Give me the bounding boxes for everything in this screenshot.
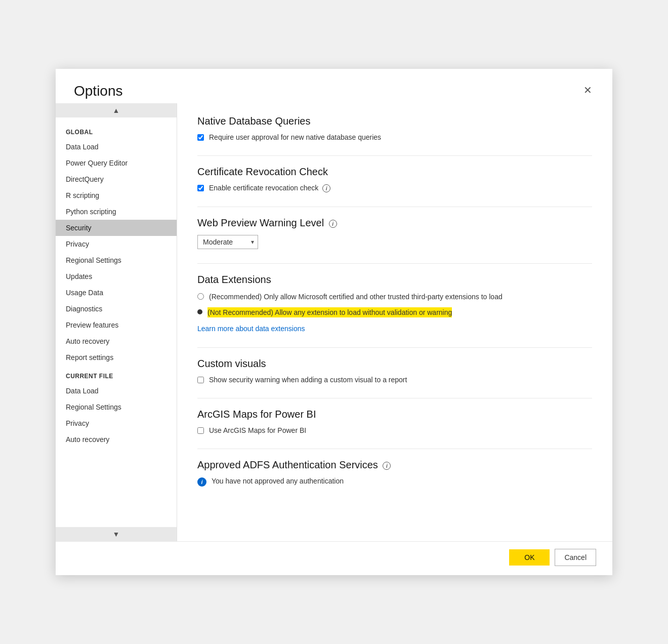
cert-revocation-section: Certificate Revocation Check Enable cert… [197, 166, 592, 192]
sidebar-item-report-settings[interactable]: Report settings [56, 349, 177, 366]
sidebar-item-r-scripting[interactable]: R scripting [56, 187, 177, 204]
sidebar-item-regional-settings[interactable]: Regional Settings [56, 252, 177, 268]
cert-revocation-option-row: Enable certificate revocation check i [197, 184, 592, 192]
sidebar-item-cf-auto-recovery[interactable]: Auto recovery [56, 431, 177, 448]
adfs-info-row: i You have not approved any authenticati… [197, 477, 592, 487]
data-extensions-link-wrapper: Learn more about data extensions [197, 324, 592, 333]
cert-revocation-info-icon: i [322, 184, 330, 192]
arcgis-option-row: Use ArcGIS Maps for Power BI [197, 426, 592, 434]
global-section-header: GLOBAL [56, 122, 177, 139]
data-extensions-section: Data Extensions (Recommended) Only allow… [197, 274, 592, 333]
custom-visuals-checkbox[interactable] [197, 377, 204, 383]
main-scroll-area: Native Database Queries Require user app… [177, 103, 612, 541]
options-dialog: Options ✕ ▲ GLOBAL Data Load Power Query… [56, 69, 612, 575]
current-file-section-header: CURRENT FILE [56, 366, 177, 383]
cert-revocation-checkbox[interactable] [197, 185, 204, 191]
adfs-blue-info-icon: i [197, 477, 206, 487]
sidebar-item-python-scripting[interactable]: Python scripting [56, 204, 177, 220]
titlebar: Options ✕ [56, 69, 612, 103]
sidebar-item-security[interactable]: Security [56, 220, 177, 236]
native-db-title: Native Database Queries [197, 115, 592, 127]
custom-visuals-option-row: Show security warning when adding a cust… [197, 376, 592, 384]
dialog-body: ▲ GLOBAL Data Load Power Query Editor Di… [56, 103, 612, 541]
sidebar: ▲ GLOBAL Data Load Power Query Editor Di… [56, 103, 177, 541]
data-extensions-radio1-row: (Recommended) Only allow Microsoft certi… [197, 292, 592, 302]
sidebar-item-power-query-editor[interactable]: Power Query Editor [56, 155, 177, 171]
sidebar-item-data-load[interactable]: Data Load [56, 139, 177, 155]
sidebar-item-cf-data-load[interactable]: Data Load [56, 383, 177, 399]
custom-visuals-section: Custom visuals Show security warning whe… [197, 358, 592, 384]
sidebar-item-auto-recovery[interactable]: Auto recovery [56, 333, 177, 349]
cert-revocation-label: Enable certificate revocation check i [209, 184, 330, 192]
data-extensions-learn-more-link[interactable]: Learn more about data extensions [197, 325, 305, 333]
sidebar-item-diagnostics[interactable]: Diagnostics [56, 301, 177, 317]
divider-3 [197, 263, 592, 264]
sidebar-scroll-area: GLOBAL Data Load Power Query Editor Dire… [56, 117, 177, 527]
native-db-section: Native Database Queries Require user app… [197, 115, 592, 141]
sidebar-item-cf-regional-settings[interactable]: Regional Settings [56, 399, 177, 415]
sidebar-item-directquery[interactable]: DirectQuery [56, 171, 177, 187]
web-preview-title: Web Preview Warning Level i [197, 217, 592, 229]
web-preview-dropdown-wrapper: Moderate Low High None [197, 235, 258, 249]
divider-1 [197, 155, 592, 156]
arcgis-title: ArcGIS Maps for Power BI [197, 409, 592, 420]
dialog-title: Options [74, 83, 123, 99]
native-db-checkbox[interactable] [197, 134, 204, 141]
arcgis-label: Use ArcGIS Maps for Power BI [209, 426, 306, 434]
data-extensions-radio1-label: (Recommended) Only allow Microsoft certi… [209, 292, 503, 302]
sidebar-item-privacy[interactable]: Privacy [56, 236, 177, 252]
cancel-button[interactable]: Cancel [555, 549, 596, 566]
native-db-label: Require user approval for new native dat… [209, 133, 381, 141]
dialog-footer: OK Cancel [56, 541, 612, 575]
adfs-title: Approved ADFS Authentication Services i [197, 459, 592, 471]
arcgis-checkbox[interactable] [197, 427, 204, 434]
main-content: Native Database Queries Require user app… [177, 103, 612, 541]
cert-revocation-title: Certificate Revocation Check [197, 166, 592, 178]
sidebar-scroll-up-button[interactable]: ▲ [56, 103, 177, 117]
custom-visuals-title: Custom visuals [197, 358, 592, 370]
divider-5 [197, 398, 592, 398]
sidebar-item-cf-privacy[interactable]: Privacy [56, 415, 177, 431]
divider-4 [197, 347, 592, 348]
adfs-section: Approved ADFS Authentication Services i … [197, 459, 592, 487]
data-extensions-radio2-label: (Not Recommended) Allow any extension to… [207, 307, 452, 318]
sidebar-item-updates[interactable]: Updates [56, 268, 177, 285]
sidebar-item-usage-data[interactable]: Usage Data [56, 285, 177, 301]
ok-button[interactable]: OK [509, 549, 550, 566]
divider-6 [197, 449, 592, 449]
web-preview-dropdown[interactable]: Moderate Low High None [197, 235, 258, 249]
divider-2 [197, 207, 592, 207]
web-preview-section: Web Preview Warning Level i Moderate Low… [197, 217, 592, 249]
adfs-info-text: You have not approved any authentication [212, 477, 344, 485]
sidebar-scroll-down-button[interactable]: ▼ [56, 527, 177, 541]
data-extensions-radio1[interactable] [197, 293, 204, 300]
custom-visuals-label: Show security warning when adding a cust… [209, 376, 407, 384]
adfs-info-icon: i [383, 462, 391, 470]
native-db-option-row: Require user approval for new native dat… [197, 133, 592, 141]
close-button[interactable]: ✕ [579, 83, 596, 97]
data-extensions-radio2-highlighted-text: (Not Recommended) Allow any extension to… [207, 307, 452, 317]
sidebar-item-preview-features[interactable]: Preview features [56, 317, 177, 333]
web-preview-info-icon: i [329, 220, 337, 228]
data-extensions-title: Data Extensions [197, 274, 592, 286]
data-extensions-radio2-row: (Not Recommended) Allow any extension to… [197, 307, 592, 318]
radio-bullet-icon [197, 309, 202, 314]
arcgis-section: ArcGIS Maps for Power BI Use ArcGIS Maps… [197, 409, 592, 434]
